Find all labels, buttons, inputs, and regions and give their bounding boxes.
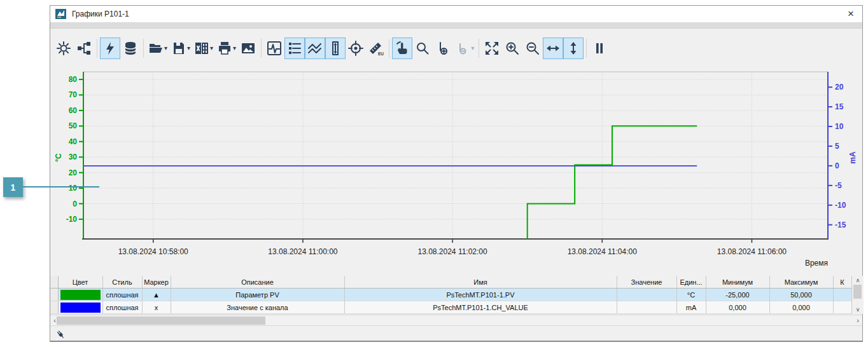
dropdown-caret-icon: ▾ <box>233 45 236 51</box>
left-tick-label: 40 <box>69 137 78 146</box>
dropdown-caret-icon: ▾ <box>187 45 190 51</box>
trend-chart[interactable]: 80706050403020100-1020151050-5-10-1513.0… <box>50 62 862 275</box>
crosshair-button[interactable] <box>346 37 366 59</box>
table-vertical-scrollbar[interactable]: ∧ ∨ <box>851 276 864 314</box>
value-axis-button[interactable] <box>264 37 284 59</box>
oscilloscope-icon <box>267 41 282 56</box>
open-button[interactable]: ▾ <box>146 37 169 59</box>
col-header-value[interactable]: Значение <box>617 276 676 289</box>
col-header-k[interactable]: К <box>833 276 851 289</box>
k-cell <box>833 301 851 314</box>
zoom-select-button[interactable] <box>412 37 433 59</box>
name-cell: PsTechMT.P101-1.CH_VALUE <box>344 301 617 314</box>
add-marker-button[interactable] <box>433 37 453 59</box>
expand-icon <box>484 41 500 56</box>
right-tick-label: 20 <box>835 83 844 92</box>
parameter-tree-button[interactable] <box>74 37 94 59</box>
save-button[interactable]: ▾ <box>169 37 192 59</box>
value-cell <box>617 289 676 301</box>
toolbar-separator <box>97 39 97 58</box>
legend-row-ch-value[interactable]: сплошная x Значение с канала PsTechMT.P1… <box>50 301 851 314</box>
x-tick-label: 13.08.2024 11:02:00 <box>417 247 487 256</box>
save-image-button[interactable] <box>238 37 258 59</box>
image-icon <box>241 41 256 56</box>
vertical-ruler-icon <box>328 41 343 56</box>
zoom-out-icon <box>525 41 540 56</box>
right-tick-label: 5 <box>835 142 839 151</box>
connection-plug-icon <box>55 329 66 339</box>
col-header-unit[interactable]: Един... <box>676 276 706 289</box>
min-cell: 0,000 <box>706 301 769 314</box>
col-header-marker[interactable]: Маркер <box>142 276 171 289</box>
col-header-name[interactable]: Имя <box>344 276 617 289</box>
print-button[interactable]: ▾ <box>215 37 238 59</box>
trend-window: Графики P101-1 × <box>50 5 863 342</box>
export-excel-button[interactable]: ▾ <box>192 37 215 59</box>
pause-icon <box>592 41 607 56</box>
left-tick-label: -10 <box>66 215 78 224</box>
online-mode-button[interactable] <box>100 37 120 59</box>
col-header-min[interactable]: Минимум <box>706 276 769 289</box>
col-header-description[interactable]: Описание <box>171 276 344 289</box>
horizontal-arrow-icon <box>545 41 561 56</box>
svg-text:EU: EU <box>378 51 384 56</box>
max-cell: 0,000 <box>769 301 833 314</box>
style-cell: сплошная <box>102 301 142 314</box>
unit-cell: °C <box>676 289 706 301</box>
row-selector-header <box>50 276 58 289</box>
description-cell: Значение с канала <box>171 301 344 314</box>
app-icon <box>55 9 66 19</box>
pause-button[interactable] <box>589 37 610 59</box>
scroll-up-icon[interactable]: ∧ <box>852 276 864 285</box>
col-header-max[interactable]: Максимум <box>769 276 833 289</box>
vertical-scroll-thumb[interactable] <box>853 285 862 299</box>
pan-mode-button[interactable] <box>392 37 412 59</box>
description-cell: Параметр PV <box>171 289 344 301</box>
right-tick-label: -15 <box>835 221 846 229</box>
col-header-color[interactable]: Цвет <box>58 276 102 289</box>
measure-eu-button[interactable]: EU <box>366 37 386 59</box>
name-cell: PsTechMT.P101-1.PV <box>344 289 617 301</box>
row-selector <box>50 301 58 314</box>
title-bar[interactable]: Графики P101-1 × <box>50 6 862 22</box>
color-cell <box>58 289 102 301</box>
settings-button[interactable] <box>53 37 74 59</box>
zoom-out-button[interactable] <box>522 37 543 59</box>
color-swatch <box>60 290 101 300</box>
trends-view-button[interactable] <box>305 37 325 59</box>
vertical-arrow-icon <box>566 41 581 56</box>
table-horizontal-scrollbar[interactable]: ‹ › <box>50 315 862 326</box>
left-tick-label: 30 <box>69 153 78 161</box>
left-tick-label: 50 <box>69 121 78 130</box>
marker-cell: ▲ <box>142 289 171 301</box>
zoom-in-button[interactable] <box>502 37 522 59</box>
left-tick-label: 70 <box>69 90 78 99</box>
fit-all-button[interactable] <box>482 37 502 59</box>
vertical-scale-button[interactable] <box>325 37 346 59</box>
scroll-right-icon[interactable]: › <box>853 315 862 325</box>
close-button[interactable]: × <box>843 6 858 22</box>
right-tick-label: 15 <box>835 102 844 111</box>
zoom-in-icon <box>505 41 520 56</box>
legend-row-pv[interactable]: сплошная ▲ Параметр PV PsTechMT.P101-1.P… <box>50 289 851 301</box>
horizontal-scroll-thumb[interactable] <box>57 316 265 325</box>
marker-remove-icon <box>455 41 470 56</box>
col-header-style[interactable]: Стиль <box>102 276 142 289</box>
callout-1-badge: 1 <box>3 177 23 197</box>
legend-list-button[interactable] <box>284 37 305 59</box>
row-selector <box>50 289 58 301</box>
scroll-down-icon[interactable]: ∨ <box>852 305 864 314</box>
stretch-horizontal-button[interactable] <box>543 37 563 59</box>
left-axis-unit: °C <box>54 153 63 162</box>
min-cell: -25,000 <box>706 289 769 301</box>
titlebar-strip <box>50 22 862 29</box>
archive-database-button[interactable] <box>120 37 141 59</box>
remove-marker-button[interactable]: ▾ <box>453 37 476 59</box>
max-cell: 50,000 <box>769 289 833 301</box>
database-icon <box>123 41 138 56</box>
lightning-icon <box>102 41 118 56</box>
stretch-vertical-button[interactable] <box>563 37 584 59</box>
tree-icon <box>76 41 92 56</box>
folder-open-icon <box>148 41 164 56</box>
series-PsTechMT.P101-1.PV <box>528 126 697 239</box>
